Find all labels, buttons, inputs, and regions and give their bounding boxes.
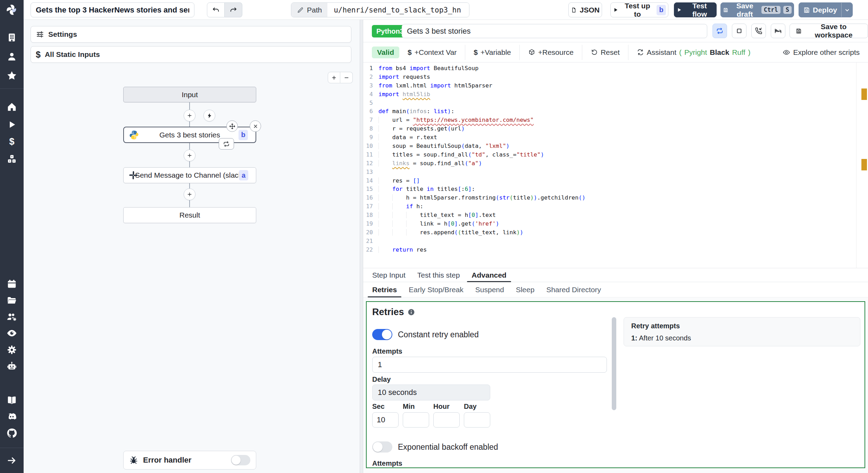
editor-overview-ruler[interactable]	[856, 62, 868, 268]
reset-button[interactable]: Reset	[582, 47, 628, 58]
code-line[interactable]: 3from lxml.html import html5parser	[363, 82, 868, 90]
attempts-input[interactable]	[372, 357, 607, 373]
error-handler-toggle[interactable]	[231, 455, 250, 465]
code-line[interactable]: 14 res = []	[363, 177, 868, 185]
discord-icon[interactable]	[4, 409, 19, 424]
undo-button[interactable]	[207, 2, 225, 17]
settings-gear-icon[interactable]	[4, 342, 19, 357]
tab-suspend[interactable]: Suspend	[469, 282, 510, 297]
tab-early-stop[interactable]: Early Stop/Break	[403, 282, 469, 297]
explore-other-scripts-button[interactable]: Explore other scripts	[783, 42, 860, 62]
variables-dollar-icon[interactable]: $	[4, 134, 19, 149]
code-line[interactable]: 2import requests	[363, 73, 868, 82]
zoom-out-button[interactable]	[340, 72, 353, 83]
redo-button[interactable]	[225, 2, 242, 17]
trigger-bolt-button[interactable]	[203, 110, 215, 121]
add-variable-button[interactable]: $ +Variable	[465, 47, 519, 58]
tab-retries[interactable]: Retries	[366, 282, 403, 297]
retry-indicator-button[interactable]	[219, 138, 234, 150]
test-flow-button[interactable]: Test flow	[674, 2, 717, 17]
insert-step-button[interactable]	[184, 110, 195, 121]
sleep-shortcut-button[interactable]	[771, 24, 785, 38]
retries-shortcut-button[interactable]	[712, 24, 727, 38]
code-editor[interactable]: 1from bs4 import BeautifulSoup2import re…	[363, 62, 868, 268]
constant-retry-toggle[interactable]	[372, 329, 392, 340]
code-line[interactable]: 17 if h:	[363, 202, 868, 211]
windmill-logo-icon[interactable]	[4, 2, 19, 17]
audit-eye-icon[interactable]	[4, 326, 19, 341]
panel-resize-handle[interactable]	[360, 20, 363, 473]
test-up-to-button[interactable]: Test up to b	[610, 2, 668, 17]
expand-sidebar-arrow-icon[interactable]	[4, 453, 19, 468]
code-line[interactable]: 8 r = requests.get(url)	[363, 125, 868, 133]
code-line[interactable]: 11 titles = soup.find_all("td", class_="…	[363, 151, 868, 159]
zoom-in-button[interactable]	[328, 72, 340, 83]
code-line[interactable]: 1from bs4 import BeautifulSoup	[363, 64, 868, 73]
workers-robot-icon[interactable]	[4, 358, 19, 374]
code-line[interactable]: 18 title_text = h[0].text	[363, 211, 868, 220]
flow-node-result[interactable]: Result	[123, 207, 256, 223]
info-icon[interactable]	[408, 309, 415, 316]
flow-title-input[interactable]	[31, 2, 194, 17]
flow-settings-bar[interactable]: Settings	[31, 26, 351, 43]
insert-step-button[interactable]	[184, 150, 195, 161]
step-tabs: Step Input Test this step Advanced	[363, 268, 868, 282]
add-context-var-button[interactable]: $ +Context Var	[399, 47, 465, 58]
code-line[interactable]: 12 links = soup.find_all("a")	[363, 159, 868, 168]
code-line[interactable]: 21	[363, 237, 868, 246]
code-line[interactable]: 13	[363, 168, 868, 177]
step-title-input[interactable]	[402, 24, 707, 38]
code-line[interactable]: 22 return res	[363, 246, 868, 254]
error-handler-card[interactable]: Error handler	[123, 451, 256, 470]
insert-step-button[interactable]	[184, 188, 195, 200]
deploy-button[interactable]: Deploy	[799, 2, 853, 17]
delay-input[interactable]	[372, 385, 490, 400]
docs-book-icon[interactable]	[4, 392, 19, 408]
workspace-building-icon[interactable]	[4, 30, 19, 45]
code-line[interactable]: 9 data = r.text	[363, 133, 868, 142]
all-static-inputs-bar[interactable]: $ All Static Inputs	[31, 46, 351, 63]
exponential-backoff-toggle[interactable]	[372, 441, 392, 453]
day-input[interactable]	[464, 412, 490, 428]
hour-input[interactable]	[433, 412, 460, 428]
code-line[interactable]: 20 res.append((title_text, link))	[363, 228, 868, 237]
code-line[interactable]: 4import html5lib	[363, 90, 868, 99]
code-line[interactable]: 16 h = html5parser.fromstring(str(title)…	[363, 194, 868, 202]
deploy-dropdown-button[interactable]	[841, 3, 852, 17]
tab-test-this-step[interactable]: Test this step	[411, 268, 466, 282]
save-draft-button[interactable]: Save draft Ctrl S	[720, 2, 794, 17]
code-line[interactable]: 19 link = h[0].get('href')	[363, 220, 868, 228]
folders-icon[interactable]	[4, 293, 19, 308]
schedules-calendar-icon[interactable]	[4, 276, 19, 292]
code-line[interactable]: 5	[363, 99, 868, 108]
resources-cubes-icon[interactable]	[4, 151, 19, 167]
flow-node-slack-step[interactable]: Send Message to Channel (slack) a	[123, 167, 256, 183]
path-control[interactable]: Path u/henri/send_to_slack_top3_hn	[291, 2, 469, 17]
code-line[interactable]: 7 url = "https://news.ycombinator.com/ne…	[363, 116, 868, 125]
assistant-button[interactable]: Assistant (Pyright Black Ruff)	[628, 47, 759, 58]
suspend-shortcut-button[interactable]	[751, 24, 766, 38]
tab-shared-directory[interactable]: Shared Directory	[540, 282, 607, 297]
github-icon[interactable]	[4, 425, 19, 441]
flow-node-input[interactable]: Input	[123, 87, 256, 102]
favorites-star-icon[interactable]	[4, 68, 19, 83]
tab-step-input[interactable]: Step Input	[366, 268, 411, 282]
json-button[interactable]: JSON	[568, 2, 602, 17]
tab-advanced[interactable]: Advanced	[466, 268, 512, 282]
min-input[interactable]	[403, 412, 429, 428]
tab-sleep[interactable]: Sleep	[510, 282, 541, 297]
runs-play-icon[interactable]	[4, 117, 19, 132]
sec-input[interactable]	[372, 412, 399, 428]
add-resource-button[interactable]: +Resource	[520, 47, 582, 58]
code-line[interactable]: 10 soup = BeautifulSoup(data, "lxml")	[363, 142, 868, 151]
code-line[interactable]: 15 for title in titles[:6]:	[363, 185, 868, 194]
delete-step-button[interactable]	[250, 120, 261, 132]
save-to-workspace-button[interactable]: Save to workspace	[790, 24, 868, 38]
retries-scrollbar[interactable]	[612, 317, 616, 410]
early-stop-shortcut-button[interactable]	[732, 24, 746, 38]
code-line[interactable]: 6def main(infos: list):	[363, 107, 868, 116]
groups-users-gear-icon[interactable]	[4, 309, 19, 324]
move-step-button[interactable]	[226, 120, 238, 132]
home-icon[interactable]	[4, 99, 19, 115]
user-icon[interactable]	[4, 49, 19, 64]
